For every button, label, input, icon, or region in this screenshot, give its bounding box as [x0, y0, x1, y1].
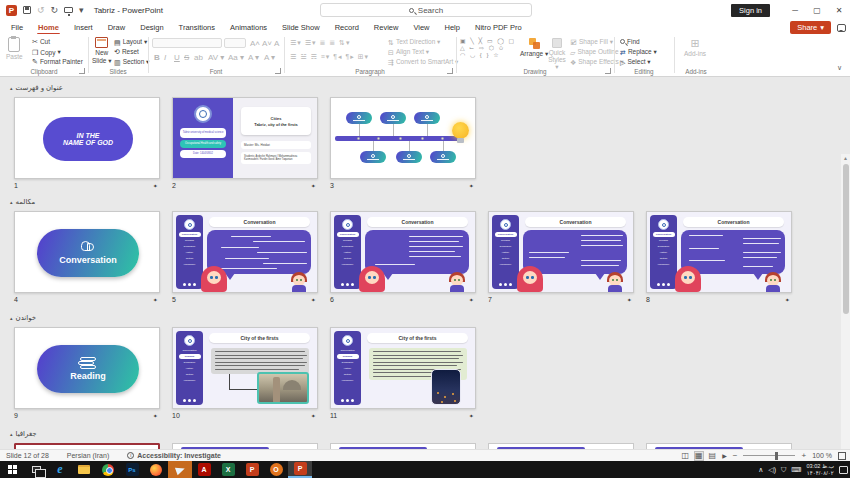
tab-help[interactable]: Help: [438, 21, 467, 34]
underline-button[interactable]: U: [172, 53, 182, 62]
slide-thumbnail-1[interactable]: IN THE NAME OF GOD: [14, 97, 160, 179]
tab-animations[interactable]: Animations: [223, 21, 274, 34]
taskbar-excel[interactable]: X: [216, 461, 240, 478]
section-button[interactable]: ▥Section ▾: [114, 58, 149, 66]
highlight-color-button[interactable]: A ▾: [246, 53, 261, 62]
start-button[interactable]: [0, 461, 24, 478]
zoom-slider-thumb[interactable]: [775, 452, 778, 460]
taskbar-office-app[interactable]: O: [264, 461, 288, 478]
text-direction-button[interactable]: ⇅Text Direction ▾: [388, 38, 440, 46]
font-name-combobox[interactable]: [152, 38, 222, 48]
task-view-button[interactable]: [24, 461, 48, 478]
list-buttons[interactable]: ☰▾ ☰▾ ≣ ≣ ⇅▾: [290, 39, 350, 47]
slide-thumbnail-7[interactable]: Conversation Reading Geography History C…: [488, 211, 634, 293]
taskbar-powerpoint[interactable]: P: [240, 461, 264, 478]
taskbar-telegram-flashing[interactable]: [168, 461, 192, 478]
strikethrough-button[interactable]: S: [182, 53, 191, 62]
text-shadow-button[interactable]: ab: [192, 53, 205, 62]
zoom-slider[interactable]: [743, 455, 795, 457]
font-size-combobox[interactable]: [224, 38, 246, 48]
tab-design[interactable]: Design: [133, 21, 170, 34]
convert-smartart-button[interactable]: ⇶Convert to SmartArt ▾: [388, 58, 458, 66]
font-color-button[interactable]: A ▾: [262, 53, 277, 62]
quick-styles-button[interactable]: Quick Styles ▾: [546, 38, 568, 71]
tray-expand-icon[interactable]: ∧: [758, 466, 763, 473]
tab-slide-show[interactable]: Slide Show: [275, 21, 327, 34]
slide-thumbnail-2[interactable]: Tabriz university of medical science Occ…: [172, 97, 318, 179]
slide-thumbnail-3[interactable]: [330, 97, 476, 179]
network-icon[interactable]: ⛉: [781, 466, 786, 473]
redo-icon[interactable]: ↻: [51, 6, 59, 15]
tab-nitro-pdf[interactable]: Nitro PDF Pro: [468, 21, 529, 34]
tab-review[interactable]: Review: [367, 21, 406, 34]
clear-formatting-icon[interactable]: A: [272, 39, 281, 48]
accessibility-status[interactable]: i Accessibility: Investigate: [127, 452, 221, 459]
close-button[interactable]: ✕: [828, 0, 850, 20]
taskbar-powerpoint-active[interactable]: P: [288, 461, 312, 478]
zoom-out-icon[interactable]: −: [733, 451, 738, 460]
tab-view[interactable]: View: [406, 21, 436, 34]
scroll-up-icon[interactable]: ▲: [841, 155, 850, 161]
alignment-buttons[interactable]: ☰ ☱ ☴ ≡▾ ¶◂ ¶▸ ⊞▾: [290, 53, 369, 61]
section-header-geography[interactable]: ▴ جغرافیا: [10, 430, 37, 438]
clock[interactable]: 03:02 ب.ظ ۱۴۰۴/۰۸/۰۲: [806, 463, 834, 476]
copy-button[interactable]: ❐Copy▾: [32, 48, 61, 56]
taskbar-acrobat[interactable]: A: [192, 461, 216, 478]
align-text-button[interactable]: ⊟Align Text ▾: [388, 48, 429, 56]
paste-button[interactable]: Paste: [6, 37, 23, 60]
taskbar-file-explorer[interactable]: [72, 461, 96, 478]
fit-to-window-icon[interactable]: [838, 452, 846, 460]
slide-thumbnail-5[interactable]: Conversation Reading Geography History C…: [172, 211, 318, 293]
collapse-ribbon-icon[interactable]: ∨: [837, 64, 842, 72]
save-icon[interactable]: [23, 6, 31, 14]
slide-thumbnail-8[interactable]: Conversation Reading Geography History C…: [646, 211, 792, 293]
arrange-button[interactable]: Arrange ▾: [520, 38, 548, 58]
cut-button[interactable]: ✂Cut: [32, 38, 50, 45]
taskbar-internet-explorer[interactable]: e: [48, 461, 72, 478]
slide-thumbnail-9[interactable]: Reading: [14, 327, 160, 409]
zoom-percentage[interactable]: 100 %: [812, 452, 832, 459]
keyboard-icon[interactable]: ⌨: [791, 466, 801, 473]
slideshow-view-icon[interactable]: ▶: [722, 453, 727, 459]
vertical-scrollbar[interactable]: ▲ ▼: [841, 154, 850, 449]
section-header-reading[interactable]: ▴ خواندن: [10, 314, 36, 322]
action-center-icon[interactable]: [839, 466, 848, 474]
replace-button[interactable]: ⇄Replace ▾: [620, 48, 657, 56]
section-header-conversation[interactable]: ▴ مکالمه: [10, 198, 35, 206]
new-slide-button[interactable]: New Slide ▾: [92, 37, 112, 65]
tab-insert[interactable]: Insert: [67, 21, 100, 34]
change-case-button[interactable]: Aa ▾: [226, 53, 246, 62]
taskbar-chrome[interactable]: [96, 461, 120, 478]
customize-qat-icon[interactable]: ▾: [79, 6, 84, 15]
scrollbar-thumb[interactable]: [843, 164, 849, 314]
paragraph-dialog-launcher[interactable]: [447, 68, 453, 74]
maximize-button[interactable]: ▢: [806, 0, 828, 20]
undo-icon[interactable]: ↺: [37, 6, 45, 15]
layout-button[interactable]: ▤Layout ▾: [114, 38, 147, 46]
tab-home[interactable]: Home: [31, 21, 66, 34]
zoom-in-icon[interactable]: +: [801, 451, 806, 460]
slide-sorter-view-icon[interactable]: ▦: [695, 452, 703, 460]
tab-record[interactable]: Record: [328, 21, 366, 34]
bold-button[interactable]: B: [152, 53, 162, 62]
drawing-dialog-launcher[interactable]: [605, 68, 611, 74]
start-slideshow-icon[interactable]: [64, 7, 73, 13]
tab-transitions[interactable]: Transitions: [172, 21, 222, 34]
clipboard-dialog-launcher[interactable]: [79, 68, 85, 74]
comments-icon[interactable]: [837, 24, 846, 32]
tab-draw[interactable]: Draw: [101, 21, 133, 34]
volume-icon[interactable]: ◁): [768, 466, 776, 473]
minimize-button[interactable]: ─: [784, 0, 806, 20]
search-input[interactable]: Search: [320, 3, 532, 17]
shapes-gallery[interactable]: ▣ ╲ ╳ ▭ ◯ ▢ △ ⌙ ⇨ ⬡ ✩ ◠ ◡ { } ☆: [460, 38, 516, 59]
addins-button[interactable]: ⊞ Add-ins: [684, 38, 706, 57]
share-button[interactable]: Share▾: [790, 21, 831, 34]
italic-button[interactable]: I: [162, 53, 168, 62]
character-spacing-button[interactable]: AV ▾: [206, 53, 226, 62]
powerpoint-app-icon[interactable]: P: [6, 5, 17, 16]
format-painter-button[interactable]: ✎Format Painter: [32, 58, 83, 65]
select-button[interactable]: ▷Select ▾: [620, 58, 651, 66]
slide-thumbnail-6[interactable]: Conversation Reading Geography History C…: [330, 211, 476, 293]
find-button[interactable]: Find: [620, 38, 640, 45]
slide-thumbnail-10[interactable]: Conversation Reading Geography History C…: [172, 327, 318, 409]
